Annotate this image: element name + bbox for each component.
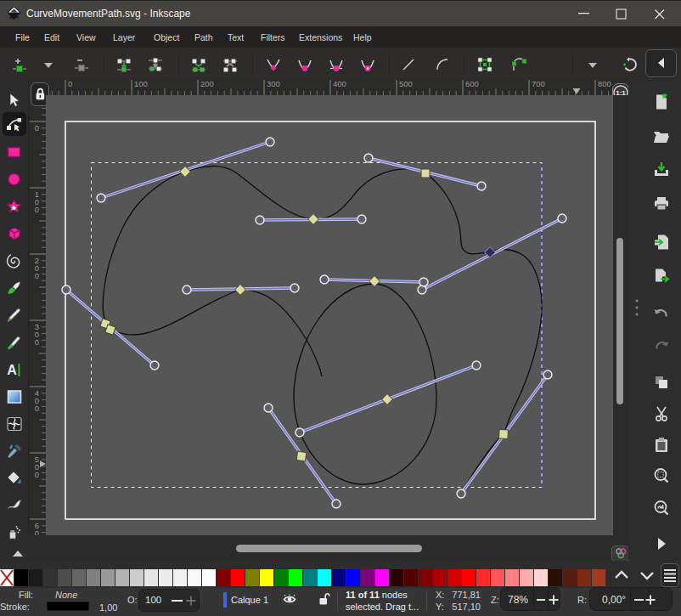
svg-text:0: 0 (35, 470, 39, 479)
svg-text:0: 0 (35, 271, 39, 280)
svg-text:0: 0 (35, 205, 39, 214)
svg-text:0: 0 (35, 337, 39, 347)
svg-text:700: 700 (532, 79, 545, 88)
svg-text:0: 0 (35, 404, 39, 413)
svg-text:A: A (7, 363, 17, 377)
svg-text:300: 300 (267, 79, 280, 88)
svg-text:0: 0 (35, 123, 39, 133)
svg-text:600: 600 (465, 79, 479, 88)
svg-text:500: 500 (399, 79, 413, 88)
svg-text:0: 0 (68, 79, 72, 88)
svg-text:200: 200 (200, 79, 214, 88)
svg-text:800: 800 (598, 79, 611, 88)
svg-text:100: 100 (134, 79, 148, 88)
svg-text:400: 400 (333, 79, 346, 88)
svg-text:0: 0 (35, 528, 39, 535)
